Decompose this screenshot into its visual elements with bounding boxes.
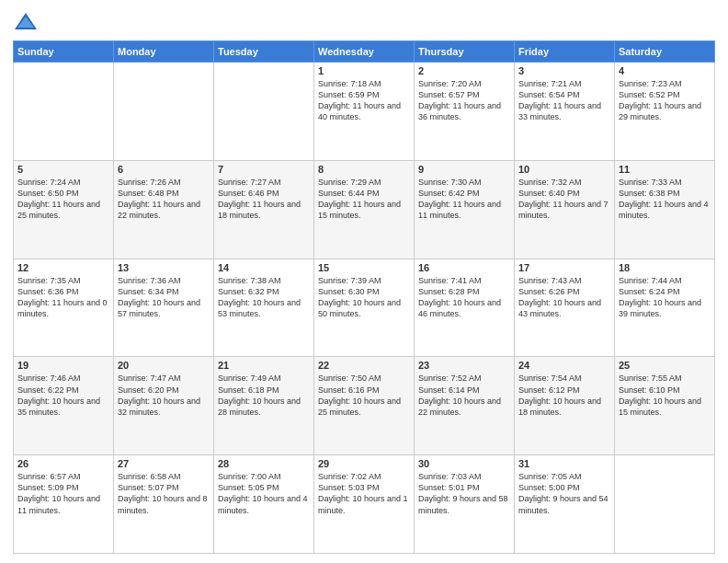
calendar-cell: 31Sunrise: 7:05 AM Sunset: 5:00 PM Dayli…: [515, 455, 615, 554]
calendar-cell: 16Sunrise: 7:41 AM Sunset: 6:28 PM Dayli…: [415, 259, 515, 357]
calendar-cell: 17Sunrise: 7:43 AM Sunset: 6:26 PM Dayli…: [515, 259, 615, 357]
day-number: 10: [518, 164, 610, 175]
calendar-cell: 11Sunrise: 7:33 AM Sunset: 6:38 PM Dayli…: [615, 160, 715, 259]
day-header-sunday: Sunday: [14, 41, 114, 63]
day-number: 8: [318, 164, 410, 175]
day-number: 2: [418, 65, 510, 76]
calendar-cell: [615, 455, 715, 554]
day-info: Sunrise: 7:41 AM Sunset: 6:28 PM Dayligh…: [418, 275, 510, 320]
day-info: Sunrise: 6:57 AM Sunset: 5:09 PM Dayligh…: [17, 471, 109, 516]
day-info: Sunrise: 7:36 AM Sunset: 6:34 PM Dayligh…: [118, 275, 210, 320]
day-number: 22: [318, 360, 410, 371]
day-number: 25: [619, 360, 711, 371]
calendar-cell: [214, 63, 314, 161]
calendar-week-2: 5Sunrise: 7:24 AM Sunset: 6:50 PM Daylig…: [14, 160, 715, 259]
calendar-cell: 8Sunrise: 7:29 AM Sunset: 6:44 PM Daylig…: [314, 160, 415, 259]
day-header-monday: Monday: [114, 41, 214, 63]
day-info: Sunrise: 7:47 AM Sunset: 6:20 PM Dayligh…: [118, 373, 210, 418]
day-number: 1: [318, 65, 410, 76]
calendar-cell: 15Sunrise: 7:39 AM Sunset: 6:30 PM Dayli…: [314, 259, 415, 357]
day-number: 21: [218, 360, 310, 371]
calendar-cell: [14, 63, 114, 161]
calendar-cell: 18Sunrise: 7:44 AM Sunset: 6:24 PM Dayli…: [615, 259, 715, 357]
day-number: 11: [619, 164, 711, 175]
day-header-thursday: Thursday: [415, 41, 515, 63]
day-info: Sunrise: 7:38 AM Sunset: 6:32 PM Dayligh…: [218, 275, 310, 320]
calendar: SundayMondayTuesdayWednesdayThursdayFrid…: [13, 40, 715, 554]
calendar-cell: 2Sunrise: 7:20 AM Sunset: 6:57 PM Daylig…: [415, 63, 515, 161]
day-info: Sunrise: 7:27 AM Sunset: 6:46 PM Dayligh…: [218, 177, 310, 222]
day-info: Sunrise: 6:58 AM Sunset: 5:07 PM Dayligh…: [118, 471, 210, 516]
header: [13, 9, 715, 35]
day-header-tuesday: Tuesday: [214, 41, 314, 63]
calendar-cell: 4Sunrise: 7:23 AM Sunset: 6:52 PM Daylig…: [615, 63, 715, 161]
logo: [13, 9, 42, 35]
calendar-header-row: SundayMondayTuesdayWednesdayThursdayFrid…: [14, 41, 715, 63]
calendar-cell: 27Sunrise: 6:58 AM Sunset: 5:07 PM Dayli…: [114, 455, 214, 554]
day-number: 17: [518, 262, 610, 273]
calendar-week-5: 26Sunrise: 6:57 AM Sunset: 5:09 PM Dayli…: [14, 455, 715, 554]
day-number: 30: [418, 458, 510, 469]
day-info: Sunrise: 7:55 AM Sunset: 6:10 PM Dayligh…: [619, 373, 711, 418]
day-number: 9: [418, 164, 510, 175]
day-number: 18: [619, 262, 711, 273]
day-info: Sunrise: 7:44 AM Sunset: 6:24 PM Dayligh…: [619, 275, 711, 320]
calendar-cell: 30Sunrise: 7:03 AM Sunset: 5:01 PM Dayli…: [415, 455, 515, 554]
day-number: 26: [17, 458, 109, 469]
calendar-cell: 21Sunrise: 7:49 AM Sunset: 6:18 PM Dayli…: [214, 357, 314, 455]
calendar-cell: 24Sunrise: 7:54 AM Sunset: 6:12 PM Dayli…: [515, 357, 615, 455]
day-info: Sunrise: 7:03 AM Sunset: 5:01 PM Dayligh…: [418, 471, 510, 516]
day-number: 29: [318, 458, 410, 469]
day-info: Sunrise: 7:21 AM Sunset: 6:54 PM Dayligh…: [518, 78, 610, 123]
day-number: 3: [518, 65, 610, 76]
calendar-cell: 28Sunrise: 7:00 AM Sunset: 5:05 PM Dayli…: [214, 455, 314, 554]
calendar-cell: 26Sunrise: 6:57 AM Sunset: 5:09 PM Dayli…: [14, 455, 114, 554]
day-info: Sunrise: 7:00 AM Sunset: 5:05 PM Dayligh…: [218, 471, 310, 516]
day-number: 12: [17, 262, 109, 273]
day-info: Sunrise: 7:35 AM Sunset: 6:36 PM Dayligh…: [17, 275, 109, 320]
day-number: 19: [17, 360, 109, 371]
calendar-cell: 1Sunrise: 7:18 AM Sunset: 6:59 PM Daylig…: [314, 63, 415, 161]
day-number: 16: [418, 262, 510, 273]
day-number: 23: [418, 360, 510, 371]
day-info: Sunrise: 7:29 AM Sunset: 6:44 PM Dayligh…: [318, 177, 410, 222]
day-info: Sunrise: 7:49 AM Sunset: 6:18 PM Dayligh…: [218, 373, 310, 418]
calendar-cell: 9Sunrise: 7:30 AM Sunset: 6:42 PM Daylig…: [415, 160, 515, 259]
calendar-week-4: 19Sunrise: 7:46 AM Sunset: 6:22 PM Dayli…: [14, 357, 715, 455]
day-info: Sunrise: 7:02 AM Sunset: 5:03 PM Dayligh…: [318, 471, 410, 516]
day-info: Sunrise: 7:39 AM Sunset: 6:30 PM Dayligh…: [318, 275, 410, 320]
calendar-week-1: 1Sunrise: 7:18 AM Sunset: 6:59 PM Daylig…: [14, 63, 715, 161]
day-info: Sunrise: 7:18 AM Sunset: 6:59 PM Dayligh…: [318, 78, 410, 123]
day-number: 24: [518, 360, 610, 371]
calendar-cell: 14Sunrise: 7:38 AM Sunset: 6:32 PM Dayli…: [214, 259, 314, 357]
day-info: Sunrise: 7:52 AM Sunset: 6:14 PM Dayligh…: [418, 373, 510, 418]
day-info: Sunrise: 7:43 AM Sunset: 6:26 PM Dayligh…: [518, 275, 610, 320]
page: SundayMondayTuesdayWednesdayThursdayFrid…: [0, 0, 728, 563]
day-number: 28: [218, 458, 310, 469]
calendar-week-3: 12Sunrise: 7:35 AM Sunset: 6:36 PM Dayli…: [14, 259, 715, 357]
day-number: 14: [218, 262, 310, 273]
calendar-cell: 25Sunrise: 7:55 AM Sunset: 6:10 PM Dayli…: [615, 357, 715, 455]
calendar-cell: 7Sunrise: 7:27 AM Sunset: 6:46 PM Daylig…: [214, 160, 314, 259]
logo-icon: [13, 9, 39, 35]
day-info: Sunrise: 7:26 AM Sunset: 6:48 PM Dayligh…: [118, 177, 210, 222]
calendar-cell: 29Sunrise: 7:02 AM Sunset: 5:03 PM Dayli…: [314, 455, 415, 554]
calendar-cell: [114, 63, 214, 161]
day-header-wednesday: Wednesday: [314, 41, 415, 63]
day-number: 4: [619, 65, 711, 76]
day-number: 5: [17, 164, 109, 175]
calendar-cell: 12Sunrise: 7:35 AM Sunset: 6:36 PM Dayli…: [14, 259, 114, 357]
day-info: Sunrise: 7:30 AM Sunset: 6:42 PM Dayligh…: [418, 177, 510, 222]
calendar-cell: 13Sunrise: 7:36 AM Sunset: 6:34 PM Dayli…: [114, 259, 214, 357]
day-number: 7: [218, 164, 310, 175]
day-number: 6: [118, 164, 210, 175]
day-info: Sunrise: 7:05 AM Sunset: 5:00 PM Dayligh…: [518, 471, 610, 516]
day-info: Sunrise: 7:24 AM Sunset: 6:50 PM Dayligh…: [17, 177, 109, 222]
calendar-cell: 10Sunrise: 7:32 AM Sunset: 6:40 PM Dayli…: [515, 160, 615, 259]
day-header-saturday: Saturday: [615, 41, 715, 63]
day-info: Sunrise: 7:54 AM Sunset: 6:12 PM Dayligh…: [518, 373, 610, 418]
day-info: Sunrise: 7:20 AM Sunset: 6:57 PM Dayligh…: [418, 78, 510, 123]
calendar-cell: 19Sunrise: 7:46 AM Sunset: 6:22 PM Dayli…: [14, 357, 114, 455]
day-number: 15: [318, 262, 410, 273]
day-info: Sunrise: 7:46 AM Sunset: 6:22 PM Dayligh…: [17, 373, 109, 418]
